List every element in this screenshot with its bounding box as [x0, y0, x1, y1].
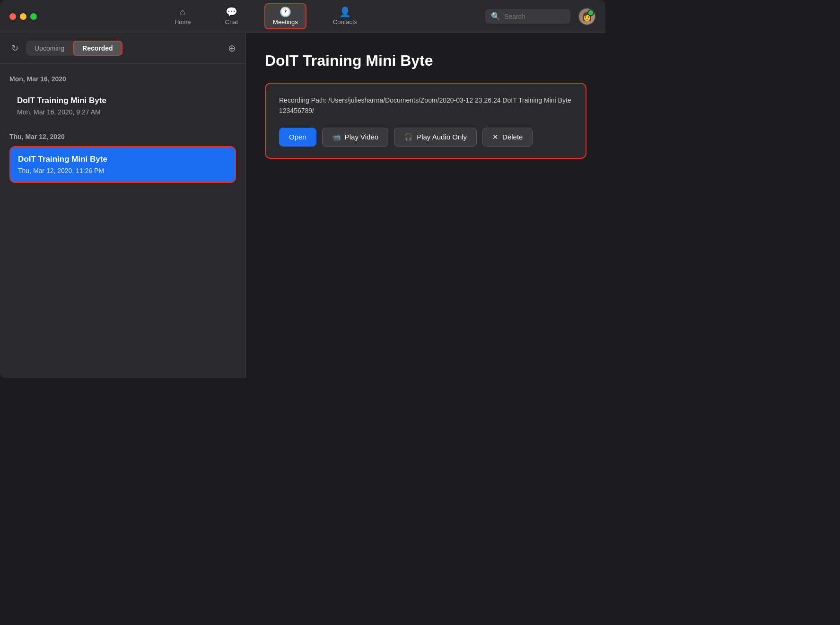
recording-actions: Open 📹 Play Video 🎧 Play Audio Only ✕ De…	[279, 128, 572, 147]
close-button[interactable]	[9, 13, 16, 20]
upcoming-tab[interactable]: Upcoming	[26, 41, 73, 56]
tab-meetings-label: Meetings	[273, 18, 298, 26]
tab-meetings[interactable]: 🕐 Meetings	[264, 3, 306, 29]
avatar-image: 👩	[579, 9, 595, 25]
delete-label: Delete	[502, 133, 523, 141]
recorded-tab[interactable]: Recorded	[73, 41, 122, 56]
meeting-item-2[interactable]: DoIT Training Mini Byte Thu, Mar 12, 202…	[9, 146, 236, 183]
delete-button[interactable]: ✕ Delete	[482, 128, 533, 147]
main-nav: ⌂ Home 💬 Chat 🕐 Meetings 👤 Contacts	[46, 3, 485, 29]
tab-contacts[interactable]: 👤 Contacts	[325, 4, 365, 28]
chat-icon: 💬	[226, 7, 237, 17]
avatar[interactable]: 👩	[578, 8, 596, 26]
main-layout: ↻ Upcoming Recorded ⊕ Mon, Mar 16, 2020 …	[0, 33, 605, 378]
meeting-date-2: Thu, Mar 12, 2020, 11:26 PM	[18, 167, 228, 174]
delete-icon: ✕	[492, 133, 499, 141]
maximize-button[interactable]	[30, 13, 37, 20]
audio-icon: 🎧	[404, 133, 413, 141]
search-input[interactable]	[504, 13, 565, 20]
date-group-2: Thu, Mar 12, 2020 DoIT Training Mini Byt…	[9, 133, 236, 183]
tab-chat-label: Chat	[225, 18, 238, 26]
sidebar-header: ↻ Upcoming Recorded ⊕	[0, 33, 245, 64]
play-video-label: Play Video	[345, 133, 378, 141]
meeting-name-2: DoIT Training Mini Byte	[18, 155, 228, 164]
view-toggle: Upcoming Recorded	[26, 41, 122, 56]
content-area: DoIT Training Mini Byte Recording Path: …	[246, 33, 605, 378]
meeting-item-1[interactable]: DoIT Training Mini Byte Mon, Mar 16, 202…	[9, 88, 236, 123]
date-label-2: Thu, Mar 12, 2020	[9, 133, 236, 140]
search-icon: 🔍	[491, 12, 500, 21]
recording-path: Recording Path: /Users/juliesharma/Docum…	[279, 95, 572, 116]
tab-home-label: Home	[175, 18, 191, 26]
home-icon: ⌂	[180, 7, 185, 17]
add-meeting-button[interactable]: ⊕	[228, 43, 236, 54]
content-title: DoIT Training Mini Byte	[265, 52, 586, 69]
open-button[interactable]: Open	[279, 128, 316, 147]
meeting-date-1: Mon, Mar 16, 2020, 9:27 AM	[17, 108, 228, 116]
play-audio-button[interactable]: 🎧 Play Audio Only	[394, 128, 477, 147]
minimize-button[interactable]	[20, 13, 26, 20]
sidebar: ↻ Upcoming Recorded ⊕ Mon, Mar 16, 2020 …	[0, 33, 246, 378]
tab-home[interactable]: ⌂ Home	[167, 4, 199, 28]
play-audio-label: Play Audio Only	[417, 133, 467, 141]
date-label-1: Mon, Mar 16, 2020	[9, 75, 236, 83]
meetings-icon: 🕐	[280, 7, 291, 17]
traffic-lights	[9, 13, 37, 20]
contacts-icon: 👤	[339, 7, 351, 17]
play-video-button[interactable]: 📹 Play Video	[322, 128, 388, 147]
tab-chat[interactable]: 💬 Chat	[218, 4, 245, 28]
meeting-name-1: DoIT Training Mini Byte	[17, 96, 228, 105]
refresh-button[interactable]: ↻	[9, 41, 20, 55]
video-icon: 📹	[332, 133, 341, 141]
search-bar[interactable]: 🔍	[485, 9, 570, 24]
tab-contacts-label: Contacts	[333, 18, 357, 26]
recording-card: Recording Path: /Users/juliesharma/Docum…	[265, 83, 586, 159]
date-group-1: Mon, Mar 16, 2020 DoIT Training Mini Byt…	[9, 75, 236, 123]
sidebar-content: Mon, Mar 16, 2020 DoIT Training Mini Byt…	[0, 64, 245, 378]
titlebar: ⌂ Home 💬 Chat 🕐 Meetings 👤 Contacts 🔍 👩	[0, 0, 605, 33]
open-label: Open	[289, 133, 306, 141]
